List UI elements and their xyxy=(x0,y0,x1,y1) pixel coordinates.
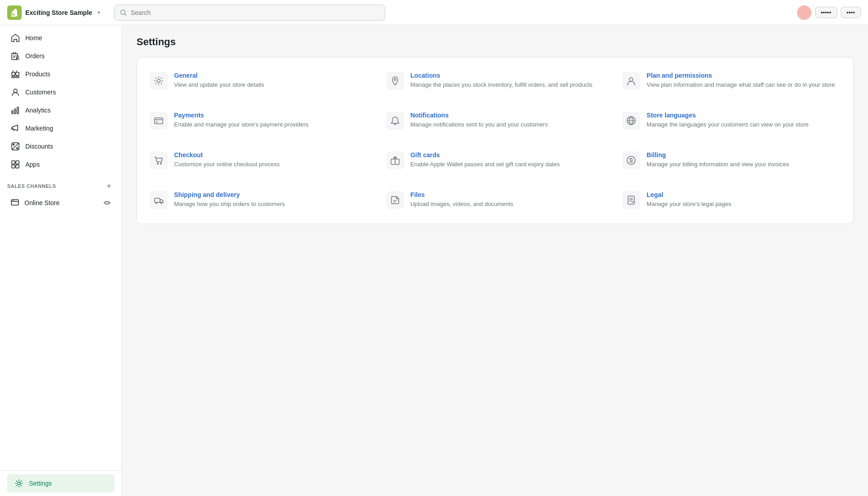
store-languages-title: Store languages xyxy=(646,112,808,119)
svg-point-15 xyxy=(17,148,18,149)
svg-point-24 xyxy=(14,200,14,201)
svg-rect-7 xyxy=(16,72,19,75)
orders-icon xyxy=(11,51,20,61)
avatar[interactable] xyxy=(797,5,811,20)
notifications-icon-wrap xyxy=(386,112,404,130)
sidebar-item-marketing-label: Marketing xyxy=(25,125,53,132)
sidebar-item-analytics-label: Analytics xyxy=(25,107,51,114)
setting-legal[interactable]: Legal Manage your store's legal pages xyxy=(613,180,849,220)
locations-title: Locations xyxy=(410,72,593,79)
locations-icon-wrap xyxy=(386,72,404,90)
sidebar-item-home-label: Home xyxy=(25,34,42,42)
legal-desc: Manage your store's legal pages xyxy=(646,200,731,208)
plan-permissions-icon-wrap xyxy=(622,72,640,90)
gift-cards-title: Gift cards xyxy=(410,151,560,159)
general-desc: View and update your store details xyxy=(174,81,264,89)
setting-payments[interactable]: Payments Enable and manage your store's … xyxy=(141,101,377,140)
billing-text: Billing Manage your billing information … xyxy=(646,151,789,168)
sidebar-item-products[interactable]: Products xyxy=(4,65,118,83)
svg-rect-20 xyxy=(12,165,15,168)
settings-card: General View and update your store detai… xyxy=(137,57,854,224)
setting-notifications[interactable]: Notifications Manage notifications sent … xyxy=(377,101,613,140)
legal-icon-wrap xyxy=(622,191,640,209)
setting-store-languages[interactable]: Store languages Manage the languages you… xyxy=(613,101,849,140)
search-input[interactable] xyxy=(131,9,379,16)
notifications-desc: Manage notifications sent to you and you… xyxy=(410,121,548,129)
svg-rect-42 xyxy=(628,196,634,204)
shipping-delivery-desc: Manage how you ship orders to customers xyxy=(174,200,285,208)
search-icon xyxy=(120,9,127,16)
notifications-text: Notifications Manage notifications sent … xyxy=(410,112,548,129)
svg-point-10 xyxy=(14,89,17,93)
svg-line-2 xyxy=(125,14,127,15)
discounts-icon xyxy=(11,142,20,151)
sidebar-item-customers-label: Customers xyxy=(25,89,56,96)
files-icon-wrap xyxy=(386,191,404,209)
shipping-delivery-text: Shipping and delivery Manage how you shi… xyxy=(174,191,285,208)
setting-general[interactable]: General View and update your store detai… xyxy=(141,61,377,101)
setting-files[interactable]: Files Upload images, videos, and documen… xyxy=(377,180,613,220)
svg-point-39 xyxy=(161,202,162,204)
sidebar-item-marketing[interactable]: Marketing xyxy=(4,119,118,137)
sidebar-item-customers[interactable]: Customers xyxy=(4,83,118,101)
svg-rect-9 xyxy=(16,76,19,78)
setting-locations[interactable]: Locations Manage the places you stock in… xyxy=(377,61,613,101)
search-bar[interactable] xyxy=(114,5,385,21)
topbar-btn-2[interactable]: ▪▪▪▪ xyxy=(841,7,861,18)
settings-icon xyxy=(14,479,24,488)
shipping-delivery-icon-wrap xyxy=(150,191,168,209)
svg-point-26 xyxy=(18,482,20,485)
online-store-left: Online Store xyxy=(11,198,60,207)
sidebar-item-orders-label: Orders xyxy=(25,52,45,60)
setting-plan-permissions[interactable]: Plan and permissions View plan informati… xyxy=(613,61,849,101)
svg-point-27 xyxy=(157,80,160,83)
svg-rect-6 xyxy=(12,72,15,75)
page-title: Settings xyxy=(137,36,854,48)
store-languages-desc: Manage the languages your customers can … xyxy=(646,121,808,129)
sidebar-item-home[interactable]: Home xyxy=(4,29,118,47)
sales-channels-label: SALES CHANNELS xyxy=(7,183,56,189)
files-text: Files Upload images, videos, and documen… xyxy=(410,191,514,208)
svg-point-33 xyxy=(157,163,159,164)
main-content: Settings General View and update your st… xyxy=(122,25,868,496)
sidebar-item-analytics[interactable]: Analytics xyxy=(4,101,118,119)
topbar-btn-1[interactable]: ▪▪▪▪▪ xyxy=(815,7,837,18)
plan-permissions-desc: View plan information and manage what st… xyxy=(646,81,835,89)
files-title: Files xyxy=(410,191,514,198)
legal-text: Legal Manage your store's legal pages xyxy=(646,191,731,208)
sidebar-item-orders[interactable]: Orders xyxy=(4,47,118,65)
sidebar-item-discounts[interactable]: Discounts xyxy=(4,137,118,155)
setting-billing[interactable]: Billing Manage your billing information … xyxy=(613,140,849,180)
payments-title: Payments xyxy=(174,112,308,119)
svg-rect-21 xyxy=(16,165,19,168)
locations-text: Locations Manage the places you stock in… xyxy=(410,72,593,89)
setting-shipping-delivery[interactable]: Shipping and delivery Manage how you shi… xyxy=(141,180,377,220)
sidebar-item-settings[interactable]: Settings xyxy=(7,474,114,492)
store-languages-icon-wrap xyxy=(622,112,640,130)
svg-rect-12 xyxy=(14,109,16,114)
shipping-delivery-title: Shipping and delivery xyxy=(174,191,285,198)
gift-cards-desc: Enable Apple Wallet passes and set gift … xyxy=(410,160,560,168)
gift-cards-icon-wrap xyxy=(386,151,404,169)
svg-point-14 xyxy=(13,144,14,145)
topbar-actions: ▪▪▪▪▪ ▪▪▪▪ xyxy=(797,5,861,20)
svg-point-28 xyxy=(394,79,396,80)
general-title: General xyxy=(174,72,264,79)
sidebar-item-apps[interactable]: Apps xyxy=(4,155,118,173)
checkout-title: Checkout xyxy=(174,151,279,159)
apps-icon xyxy=(11,160,20,169)
add-sales-channel-button[interactable]: + xyxy=(104,181,114,192)
store-dropdown-arrow[interactable]: ▾ xyxy=(98,10,100,15)
online-store-preview-button[interactable] xyxy=(104,199,111,206)
sidebar-item-online-store[interactable]: Online Store xyxy=(4,193,118,212)
svg-rect-37 xyxy=(155,198,160,202)
setting-gift-cards[interactable]: Gift cards Enable Apple Wallet passes an… xyxy=(377,140,613,180)
svg-rect-31 xyxy=(156,122,158,122)
store-logo[interactable]: Exciting Store Sample ▾ xyxy=(7,5,107,20)
gift-cards-text: Gift cards Enable Apple Wallet passes an… xyxy=(410,151,560,168)
setting-checkout[interactable]: Checkout Customize your online checkout … xyxy=(141,140,377,180)
payments-icon-wrap xyxy=(150,112,168,130)
online-store-icon xyxy=(11,198,19,207)
plan-permissions-title: Plan and permissions xyxy=(646,72,835,79)
products-icon xyxy=(11,70,20,79)
